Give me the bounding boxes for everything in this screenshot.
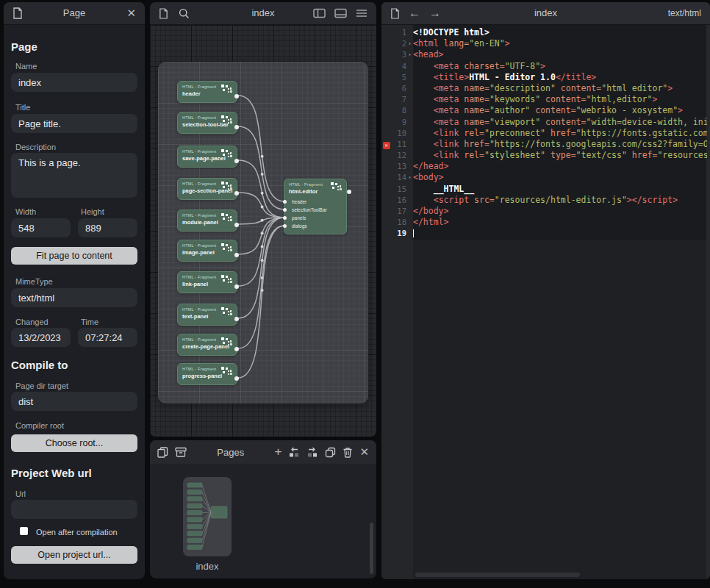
time-label: Time xyxy=(81,318,98,326)
name-input[interactable] xyxy=(11,73,137,92)
code-line-11[interactable]: ✕11 <link href="https://fonts.googleapis… xyxy=(381,139,707,150)
graph-node-image-panel[interactable]: HTML - Fragmentimage-panel xyxy=(177,240,237,262)
delete-page-icon[interactable] xyxy=(343,447,353,458)
split-vertical-icon[interactable] xyxy=(313,8,326,18)
add-page-icon[interactable]: + xyxy=(275,445,282,459)
close-icon[interactable]: ✕ xyxy=(126,7,136,20)
output-port[interactable] xyxy=(234,347,239,351)
code-line-4[interactable]: 4 <meta charset="UTF-8"> xyxy=(381,61,707,72)
node-graph-panel: index HTML - FragmentheaderHTML - Fragme… xyxy=(150,2,376,437)
graph-node-link-panel[interactable]: HTML - Fragmentlink-panel xyxy=(177,271,237,293)
page-properties-panel: Page ✕ Page Name Title Description This … xyxy=(4,2,145,579)
menu-icon[interactable] xyxy=(356,9,367,18)
url-label: Url xyxy=(15,490,26,498)
graph-node-html-editor[interactable]: HTML - Fragmenthtml-editorheaderselectio… xyxy=(284,179,347,234)
code-line-16[interactable]: 16 <script src="resources/html-editor.js… xyxy=(381,195,707,206)
fold-icon[interactable]: ▾ xyxy=(406,172,413,183)
insert-page-after-icon[interactable] xyxy=(306,447,318,458)
copy-pages-icon[interactable] xyxy=(157,447,168,458)
input-port-panels[interactable]: panels xyxy=(292,215,306,220)
output-port[interactable] xyxy=(234,191,239,196)
output-port[interactable] xyxy=(234,125,239,129)
back-arrow-icon[interactable]: ← xyxy=(409,7,420,20)
code-line-7[interactable]: 7 <meta name="keywords" content="html,ed… xyxy=(381,94,707,105)
code-line-13[interactable]: 13</head> xyxy=(381,161,707,172)
code-lines[interactable]: 1<!DOCTYPE html>2▾<html lang="en-EN">3▾<… xyxy=(381,27,707,240)
open-project-url-button[interactable]: Open project url... xyxy=(11,546,137,564)
code-line-9[interactable]: 9 <meta name="viewport" content="width=d… xyxy=(381,117,707,128)
page-thumbnail-index[interactable] xyxy=(183,477,232,556)
search-icon[interactable] xyxy=(179,8,190,19)
output-port[interactable] xyxy=(234,94,239,98)
pages-panel: Pages + ✕ index xyxy=(150,440,376,578)
fragment-icon xyxy=(221,307,233,317)
pages-scrollbar[interactable] xyxy=(370,523,373,574)
code-line-6[interactable]: 6 <meta name="description" content="html… xyxy=(381,83,707,94)
code-line-17[interactable]: 17</body> xyxy=(381,206,707,217)
code-line-1[interactable]: 1<!DOCTYPE html> xyxy=(381,27,707,38)
choose-root-button[interactable]: Choose root... xyxy=(11,434,137,452)
url-input[interactable] xyxy=(11,500,137,519)
fold-icon[interactable]: ▾ xyxy=(406,38,413,49)
code-line-19[interactable]: 19 xyxy=(381,228,707,239)
graph-node-text-panel[interactable]: HTML - Fragmenttext-panel xyxy=(177,304,237,326)
split-horizontal-icon[interactable] xyxy=(334,8,347,18)
code-line-12[interactable]: 12 <link rel="stylesheet" type="text/css… xyxy=(381,150,707,161)
output-port[interactable] xyxy=(234,284,239,289)
input-port-header[interactable]: header xyxy=(292,199,306,204)
code-line-15[interactable]: 15 __HTML__ xyxy=(381,184,707,195)
code-line-14[interactable]: 14▾<body> xyxy=(381,172,707,183)
page-panel-header: Page ✕ xyxy=(4,2,145,25)
time-input[interactable] xyxy=(78,328,137,347)
changed-label: Changed xyxy=(15,318,49,326)
input-port-selectionToolBar[interactable]: selectionToolBar xyxy=(292,207,327,212)
code-horizontal-scrollbar[interactable] xyxy=(415,573,580,577)
page-dir-input[interactable] xyxy=(11,392,137,411)
open-after-compilation-checkbox[interactable] xyxy=(20,527,28,535)
input-port-dialogs[interactable]: dialogs xyxy=(292,223,307,229)
mimetype-label: MimeType xyxy=(15,277,53,286)
changed-input[interactable] xyxy=(11,328,71,347)
fold-icon[interactable]: ▾ xyxy=(406,49,413,60)
document-icon[interactable] xyxy=(159,8,168,19)
duplicate-page-icon[interactable] xyxy=(325,447,336,458)
code-line-2[interactable]: 2▾<html lang="en-EN"> xyxy=(381,38,707,49)
page-dir-label: Page dir target xyxy=(15,381,68,390)
width-input[interactable] xyxy=(11,218,71,237)
graph-node-progress-panel[interactable]: HTML - Fragmentprogress-panel xyxy=(177,363,237,385)
archive-icon[interactable] xyxy=(175,447,187,457)
document-icon[interactable] xyxy=(390,8,400,19)
insert-page-before-icon[interactable] xyxy=(288,447,300,458)
code-line-5[interactable]: 5 <title>HTML - Editor 1.0</title> xyxy=(381,72,707,83)
code-line-8[interactable]: 8 <meta name="author" content="webriko -… xyxy=(381,105,707,116)
graph-canvas[interactable]: HTML - FragmentheaderHTML - Fragmentsele… xyxy=(150,25,376,437)
code-line-18[interactable]: 18</html> xyxy=(381,217,707,228)
document-icon[interactable] xyxy=(12,7,23,19)
graph-node-selection-tool-bar[interactable]: HTML - Fragmentselection-tool-bar xyxy=(177,112,237,134)
forward-arrow-icon[interactable]: → xyxy=(429,7,441,20)
graph-node-header[interactable]: HTML - Fragmentheader xyxy=(177,81,237,103)
text-cursor xyxy=(413,229,414,237)
title-input[interactable] xyxy=(11,114,137,133)
fragment-icon xyxy=(221,367,233,376)
output-port[interactable] xyxy=(347,190,351,194)
output-port[interactable] xyxy=(234,159,239,163)
graph-node-page-section-panel[interactable]: HTML - Fragmentpage-section-panel xyxy=(177,178,237,200)
output-port[interactable] xyxy=(234,253,239,257)
fit-page-button[interactable]: Fit page to content xyxy=(11,247,137,265)
fragment-icon xyxy=(221,337,233,347)
mimetype-input[interactable] xyxy=(11,288,137,307)
close-icon[interactable]: ✕ xyxy=(359,445,369,459)
height-input[interactable] xyxy=(78,218,137,237)
code-line-10[interactable]: 10 <link rel="preconnect" href="https://… xyxy=(381,128,707,139)
output-port[interactable] xyxy=(234,317,239,321)
error-icon: ✕ xyxy=(383,142,390,149)
code-editor-panel: ← → index text/html 1<!DOCTYPE html>2▾<h… xyxy=(381,2,710,579)
graph-node-create-page-panel[interactable]: HTML - Fragmentcreate-page-panel xyxy=(177,334,237,356)
output-port[interactable] xyxy=(234,223,239,227)
description-input[interactable]: This is a page. xyxy=(11,153,137,198)
output-port[interactable] xyxy=(234,376,239,381)
graph-node-save-page-panel[interactable]: HTML - Fragmentsave-page-panel xyxy=(177,146,237,168)
code-line-3[interactable]: 3▾<head> xyxy=(381,49,707,60)
graph-node-module-panel[interactable]: HTML - Fragmentmodule-panel xyxy=(177,209,237,232)
